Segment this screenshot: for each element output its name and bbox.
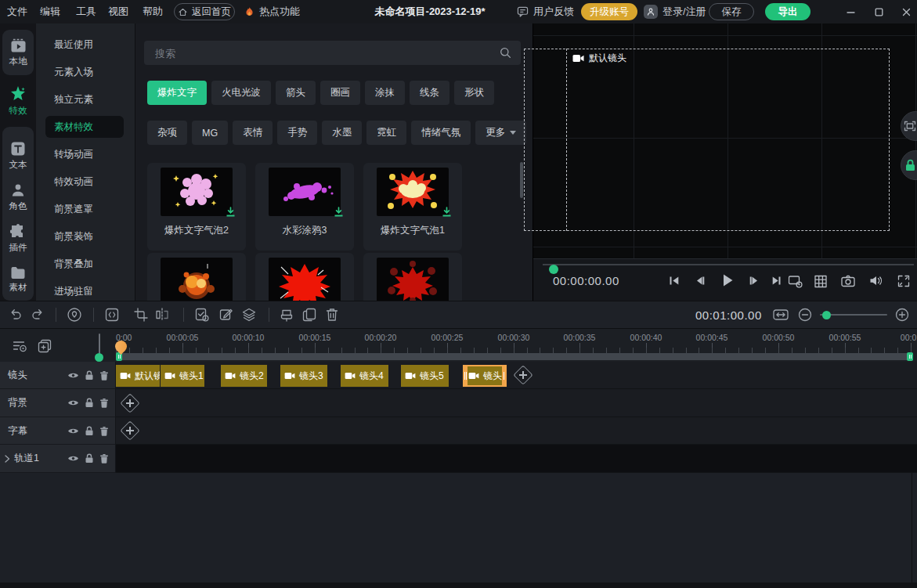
menu-view[interactable]: 视图 (108, 0, 128, 23)
trash-icon[interactable] (99, 370, 109, 381)
track-header-background[interactable]: 背景 (0, 389, 116, 417)
save-button[interactable]: 保存 (709, 3, 754, 20)
maximize-button[interactable] (868, 0, 890, 23)
brush-button[interactable] (280, 308, 294, 322)
menu-edit[interactable]: 编辑 (40, 0, 60, 23)
filter-mood[interactable]: 情绪气氛 (411, 121, 471, 145)
lock-icon[interactable] (85, 426, 94, 436)
assets-scrollbar[interactable] (520, 162, 523, 198)
subnav-item-transition[interactable]: 转场动画 (36, 141, 135, 168)
menu-tools[interactable]: 工具 (76, 0, 96, 23)
clip-camera-1[interactable]: 镜头1 (161, 365, 204, 387)
flip-button[interactable] (155, 308, 170, 322)
clip-camera-6-selected[interactable]: 镜头6 (463, 365, 507, 387)
subnav-item-independent[interactable]: 独立元素 (36, 86, 135, 114)
export-button[interactable]: 导出 (765, 3, 810, 20)
timeline-zoom-knob[interactable] (822, 311, 831, 319)
clip-camera-3[interactable]: 镜头3 (280, 365, 327, 387)
eye-icon[interactable] (67, 427, 79, 435)
frame-adjust-button[interactable] (901, 111, 917, 141)
copy-button[interactable] (302, 308, 316, 322)
rail-item-plugin[interactable]: 插件 (2, 218, 34, 259)
track-header-camera[interactable]: 镜头 (0, 362, 116, 389)
previous-frame-button[interactable] (695, 275, 706, 287)
trash-icon[interactable] (99, 398, 109, 408)
feedback-button[interactable]: 用户反馈 (517, 0, 574, 23)
filter-explosion-text[interactable]: 爆炸文字 (147, 81, 207, 105)
subnav-item-effect-anim[interactable]: 特效动画 (36, 168, 135, 196)
playhead-pin-knob[interactable] (95, 353, 103, 362)
login-button[interactable]: 登录/注册 (644, 0, 706, 23)
skip-to-end-button[interactable] (771, 275, 783, 287)
asset-card[interactable]: 爆炸文字气泡2 (147, 163, 246, 251)
back-home-button[interactable]: 返回首页 (174, 3, 235, 20)
hot-features-button[interactable]: 热点功能 (244, 0, 300, 23)
menu-help[interactable]: 帮助 (143, 0, 163, 23)
trim-handle-right[interactable] (502, 365, 507, 387)
zoom-out-button[interactable] (798, 308, 812, 322)
skip-to-start-button[interactable] (669, 275, 681, 287)
rail-item-text[interactable]: 文本 (2, 135, 34, 176)
lock-icon[interactable] (85, 398, 94, 408)
add-background-button[interactable] (120, 393, 140, 413)
chevron-right-icon[interactable] (4, 455, 10, 463)
rail-item-local[interactable]: 本地 (2, 30, 34, 75)
play-button[interactable] (721, 273, 734, 287)
clip-default-camera[interactable]: 默认镜头 (116, 365, 160, 387)
delete-button[interactable] (326, 308, 338, 322)
filter-gesture[interactable]: 手势 (277, 121, 317, 145)
timeline-range-bar[interactable] (116, 353, 913, 360)
crop-button[interactable] (134, 308, 148, 322)
add-track-button[interactable] (38, 339, 52, 353)
subnav-item-material-effects[interactable]: 素材特效 (36, 114, 135, 141)
volume-button[interactable] (869, 275, 883, 287)
download-icon[interactable] (441, 207, 453, 217)
filter-shape[interactable]: 形状 (454, 81, 494, 105)
frame-select-button[interactable] (105, 308, 119, 322)
asset-card[interactable]: 水彩涂鸦3 (255, 163, 354, 251)
download-icon[interactable] (225, 207, 236, 217)
snapshot-button[interactable] (841, 275, 855, 287)
camera-frame[interactable] (524, 49, 890, 231)
filter-line[interactable]: 线条 (410, 81, 449, 105)
preview-progress-bar[interactable] (543, 264, 914, 265)
filter-misc[interactable]: 杂项 (147, 121, 187, 145)
zoom-in-button[interactable] (895, 308, 909, 322)
filter-emoji[interactable]: 表情 (233, 121, 273, 145)
filter-neon[interactable]: 霓虹 (366, 121, 406, 145)
clip-camera-2[interactable]: 镜头2 (221, 365, 267, 387)
track-header-track1[interactable]: 轨道1 (0, 445, 116, 473)
menu-file[interactable]: 文件 (7, 0, 27, 23)
subnav-item-recent[interactable]: 最近使用 (36, 31, 135, 59)
range-end-handle[interactable] (907, 352, 913, 361)
lock-icon[interactable] (85, 370, 94, 381)
preview-check-button[interactable] (195, 308, 209, 322)
trash-icon[interactable] (99, 453, 109, 464)
clip-camera-5[interactable]: 镜头5 (401, 365, 449, 387)
eye-icon[interactable] (67, 454, 79, 463)
filter-circle[interactable]: 圈画 (320, 81, 360, 105)
search-box[interactable] (144, 41, 521, 65)
rail-item-effects[interactable]: 特效 (0, 78, 36, 124)
add-subtitle-button[interactable] (120, 420, 140, 441)
lane-background[interactable] (116, 389, 917, 417)
filter-mg[interactable]: MG (192, 121, 228, 145)
filter-fire-light[interactable]: 火电光波 (211, 81, 271, 105)
upgrade-account-button[interactable]: 升级账号 (581, 3, 637, 20)
clip-camera-4[interactable]: 镜头4 (341, 365, 388, 387)
lane-track1[interactable] (116, 445, 917, 473)
eye-icon[interactable] (67, 371, 79, 380)
track-manager-button[interactable] (13, 340, 27, 353)
lock-icon[interactable] (85, 453, 94, 464)
edit-clip-button[interactable] (219, 308, 233, 322)
subnav-item-fg-decor[interactable]: 前景装饰 (36, 223, 135, 251)
preview-progress-knob[interactable] (549, 265, 558, 274)
filter-smear[interactable]: 涂抹 (365, 81, 405, 105)
next-frame-button[interactable] (749, 275, 760, 287)
lane-subtitle[interactable] (116, 417, 917, 445)
undo-button[interactable] (9, 308, 23, 322)
add-clip-button[interactable] (513, 365, 533, 385)
trim-handle-left[interactable] (463, 365, 468, 387)
layers-button[interactable] (242, 308, 256, 322)
filter-arrow[interactable]: 箭头 (276, 81, 316, 105)
